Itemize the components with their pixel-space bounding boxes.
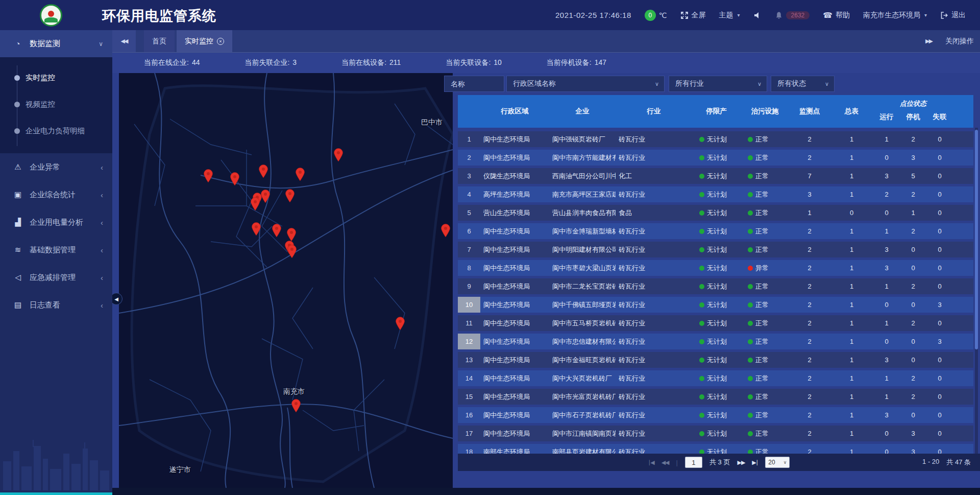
row-number: 8 bbox=[458, 260, 480, 276]
cell-facility-status: 正常 bbox=[741, 242, 789, 257]
facility-status-dot bbox=[748, 247, 753, 252]
table-row[interactable]: 1 阆中生态环境局 阆中强锐页岩砖厂 砖瓦行业 无计划 正常 2 1 1 2 0 bbox=[458, 131, 973, 147]
table-row[interactable]: 12 阆中生态环境局 阆中市忠信建材有限公 砖瓦行业 无计划 正常 2 1 0 … bbox=[458, 334, 973, 349]
stat-item: 当前在线企业: 44 bbox=[144, 58, 200, 67]
cell-monitor-points: 2 bbox=[789, 278, 830, 294]
table-row[interactable]: 15 阆中生态环境局 阆中市光富页岩机砖厂 砖瓦行业 无计划 正常 2 1 1 … bbox=[458, 389, 973, 405]
sidebar-submenu-item[interactable]: 视频监控 bbox=[0, 91, 112, 117]
sidebar-group-item[interactable]: ⚠ 企业异常 ‹ bbox=[0, 153, 112, 181]
region-select[interactable]: 行政区域名称 ∨ bbox=[506, 76, 665, 92]
cell-total-meters: 1 bbox=[830, 334, 873, 349]
sidebar-group-item[interactable]: ▟ 企业用电量分析 ‹ bbox=[0, 208, 112, 236]
table-row[interactable]: 5 营山生态环境局 营山县润丰肉食品有限 食品 无计划 正常 1 0 0 1 0 bbox=[458, 205, 973, 221]
map-location-pin[interactable] bbox=[395, 317, 405, 330]
sidebar-submenu-item[interactable]: 实时监控 bbox=[0, 64, 112, 91]
green-status-dot bbox=[699, 174, 704, 179]
col-header-industry: 行业 bbox=[616, 95, 692, 128]
map-location-pin[interactable] bbox=[251, 222, 261, 235]
first-page-button[interactable]: ∣◀ bbox=[648, 459, 654, 466]
row-number: 2 bbox=[458, 150, 480, 166]
close-operations-button[interactable]: 关闭操作 bbox=[945, 37, 974, 46]
cell-limit-status: 无计划 bbox=[692, 260, 741, 276]
cell-region: 阆中生态环境局 bbox=[480, 389, 549, 405]
tabs-scroll-left-button[interactable]: ◀◀ bbox=[112, 30, 136, 52]
sound-button[interactable] bbox=[753, 11, 762, 19]
logout-button[interactable]: 退出 bbox=[940, 11, 966, 20]
name-search-input[interactable] bbox=[444, 76, 504, 92]
industry-select[interactable]: 所有行业 ∨ bbox=[669, 76, 767, 92]
table-row[interactable]: 11 阆中生态环境局 阆中市五马桥页岩机砖 砖瓦行业 无计划 正常 2 1 1 … bbox=[458, 315, 973, 331]
last-page-button[interactable]: ▶∣ bbox=[752, 459, 758, 466]
table-row[interactable]: 4 高坪生态环境局 南充市高坪区王家店建 砖瓦行业 无计划 正常 3 1 2 2… bbox=[458, 186, 973, 202]
next-page-button[interactable]: ▶▶ bbox=[737, 459, 745, 466]
tab[interactable]: 实时监控 × bbox=[177, 30, 232, 52]
cell-region: 阆中生态环境局 bbox=[480, 334, 549, 349]
map-location-pin[interactable] bbox=[203, 169, 213, 182]
map-location-pin[interactable] bbox=[272, 224, 282, 237]
notification-area[interactable]: 2632 bbox=[775, 11, 810, 19]
map-panel[interactable]: 巴中市 南充市 遂宁市 bbox=[119, 73, 453, 488]
name-input[interactable] bbox=[451, 80, 498, 88]
sidebar-group-item[interactable]: ▤ 日志查看 ‹ bbox=[0, 291, 112, 319]
theme-dropdown[interactable]: 主题▾ bbox=[719, 11, 740, 20]
fullscreen-button[interactable]: 全屏 bbox=[680, 11, 706, 20]
cell-industry: 化工 bbox=[616, 168, 692, 184]
table-row[interactable]: 13 阆中生态环境局 阆中市金福旺页岩机砖 砖瓦行业 无计划 正常 2 1 3 … bbox=[458, 352, 973, 368]
table-row[interactable]: 16 阆中生态环境局 阆中市石子页岩机砖厂 砖瓦行业 无计划 正常 2 1 3 … bbox=[458, 407, 973, 423]
cell-facility-status: 正常 bbox=[741, 278, 789, 294]
sidebar-group-item[interactable]: ≋ 基础数据管理 ‹ bbox=[0, 236, 112, 264]
status-select[interactable]: 所有状态 ∨ bbox=[771, 76, 835, 92]
help-button[interactable]: ☎ 帮助 bbox=[823, 11, 850, 20]
gauge-icon: ◔ bbox=[13, 39, 22, 48]
table-row[interactable]: 3 仪陇生态环境局 西南油气田分公司川中 化工 无计划 正常 7 1 3 5 0 bbox=[458, 168, 973, 184]
table-row[interactable]: 7 阆中生态环境局 阆中明阳建材有限公司 砖瓦行业 无计划 正常 2 1 3 0… bbox=[458, 242, 973, 257]
stat-value: 44 bbox=[192, 58, 200, 67]
table-row[interactable]: 17 阆中生态环境局 阆中市江南镇阆南页岩 砖瓦行业 无计划 正常 2 1 0 … bbox=[458, 426, 973, 441]
map-location-pin[interactable] bbox=[285, 189, 295, 202]
cell-company: 阆中大兴页岩机砖厂 bbox=[549, 370, 616, 386]
pagination-bar: ∣◀ ◀◀ | 共 3 页 ▶▶ ▶∣ 20 ∨ 1 - 20 共 47 条 bbox=[458, 454, 980, 471]
sidebar-group-item[interactable]: ◁ 应急减排管理 ‹ bbox=[0, 264, 112, 291]
cell-facility-status: 正常 bbox=[741, 407, 789, 423]
table-row[interactable]: 9 阆中生态环境局 阆中市二龙长宝页岩砖 砖瓦行业 无计划 正常 2 1 1 2… bbox=[458, 278, 973, 294]
prev-page-button[interactable]: ◀◀ bbox=[662, 459, 669, 466]
sidebar-item-data-monitoring[interactable]: ◔ 数据监测 ∨ bbox=[0, 30, 112, 57]
sidebar-group-item[interactable]: ▣ 企业综合统计 ‹ bbox=[0, 181, 112, 208]
map-location-pin[interactable] bbox=[295, 168, 305, 181]
map-location-pin[interactable] bbox=[291, 399, 301, 412]
table-row[interactable]: 6 阆中生态环境局 阆中市金博瑞新型墙材 砖瓦行业 无计划 正常 2 1 1 2… bbox=[458, 223, 973, 239]
table-row[interactable]: 18 南部生态环境局 南部县页岩建材有限公 砖瓦行业 无计划 正常 2 1 0 … bbox=[458, 444, 973, 454]
map-location-pin[interactable] bbox=[258, 164, 268, 178]
map-location-pin[interactable] bbox=[260, 190, 271, 203]
scrollbar-thumb[interactable] bbox=[975, 130, 978, 349]
tab-close-icon[interactable]: × bbox=[217, 38, 224, 45]
map-location-pin[interactable] bbox=[287, 245, 297, 258]
cell-limit-status: 无计划 bbox=[692, 278, 741, 294]
tab[interactable]: 首页 × bbox=[144, 30, 175, 52]
table-row[interactable]: 14 阆中生态环境局 阆中大兴页岩机砖厂 砖瓦行业 无计划 正常 2 1 1 2… bbox=[458, 370, 973, 386]
page-size-select[interactable]: 20 ∨ bbox=[765, 457, 790, 468]
organization-dropdown[interactable]: 南充市生态环境局▾ bbox=[863, 11, 927, 20]
green-status-dot bbox=[699, 358, 704, 363]
col-header-limit: 停限产 bbox=[692, 95, 741, 128]
table-row[interactable]: 2 阆中生态环境局 阆中市南方节能建材有 砖瓦行业 无计划 正常 2 1 0 3… bbox=[458, 150, 973, 166]
chevron-left-icon: ‹ bbox=[101, 218, 103, 227]
stat-item: 当前失联企业: 3 bbox=[244, 58, 297, 67]
table-row[interactable]: 10 阆中生态环境局 阆中千佛镇五郎垭页岩 砖瓦行业 无计划 正常 2 1 0 … bbox=[458, 297, 973, 313]
sidebar-submenu-item[interactable]: 企业电力负荷明细 bbox=[0, 117, 112, 144]
tabs-scroll-right-button[interactable]: ▶▶ bbox=[925, 38, 932, 44]
chevron-down-icon: ∨ bbox=[757, 81, 762, 87]
table-scrollbar[interactable] bbox=[975, 128, 978, 454]
map-location-pin[interactable] bbox=[286, 228, 297, 241]
map-location-pin[interactable] bbox=[230, 172, 240, 185]
map-location-pin[interactable] bbox=[440, 224, 451, 237]
facility-status-dot bbox=[748, 210, 753, 216]
map-location-pin[interactable] bbox=[250, 197, 260, 210]
page-number-input[interactable] bbox=[685, 457, 702, 468]
facility-status-dot bbox=[748, 339, 753, 344]
table-row[interactable]: 8 阆中生态环境局 阆中市枣碧大梁山页岩 砖瓦行业 无计划 异常 2 1 3 0… bbox=[458, 260, 973, 276]
cell-limit-status: 无计划 bbox=[692, 426, 741, 441]
map-location-pin[interactable] bbox=[333, 148, 344, 161]
cell-monitor-points: 2 bbox=[789, 297, 830, 313]
col-header-region: 行政区域 bbox=[480, 95, 549, 128]
